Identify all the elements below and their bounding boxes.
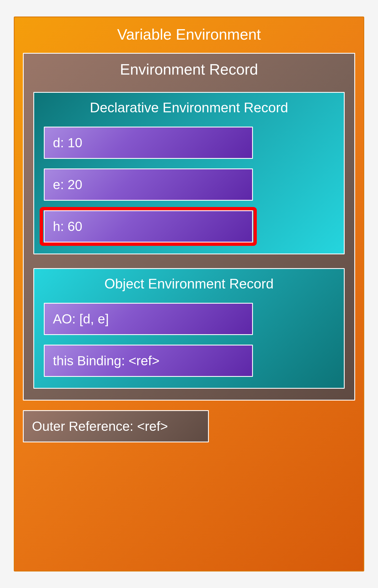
binding-h: h: 60 — [44, 210, 253, 243]
variable-environment-container: Variable Environment Environment Record … — [14, 17, 364, 571]
object-environment-record-container: Object Environment Record AO: [d, e] thi… — [33, 268, 345, 389]
environment-record-container: Environment Record Declarative Environme… — [23, 53, 355, 401]
binding-ao: AO: [d, e] — [44, 303, 253, 335]
binding-e: e: 20 — [44, 168, 253, 201]
declarative-environment-record-title: Declarative Environment Record — [44, 100, 334, 116]
binding-this: this Binding: <ref> — [44, 345, 253, 377]
binding-d: d: 10 — [44, 127, 253, 159]
variable-environment-title: Variable Environment — [23, 26, 355, 43]
declarative-environment-record-container: Declarative Environment Record d: 10 e: … — [33, 92, 345, 254]
binding-h-label: h: 60 — [53, 219, 82, 234]
environment-record-title: Environment Record — [33, 61, 345, 78]
outer-reference: Outer Reference: <ref> — [23, 410, 209, 442]
object-environment-record-title: Object Environment Record — [44, 276, 334, 292]
